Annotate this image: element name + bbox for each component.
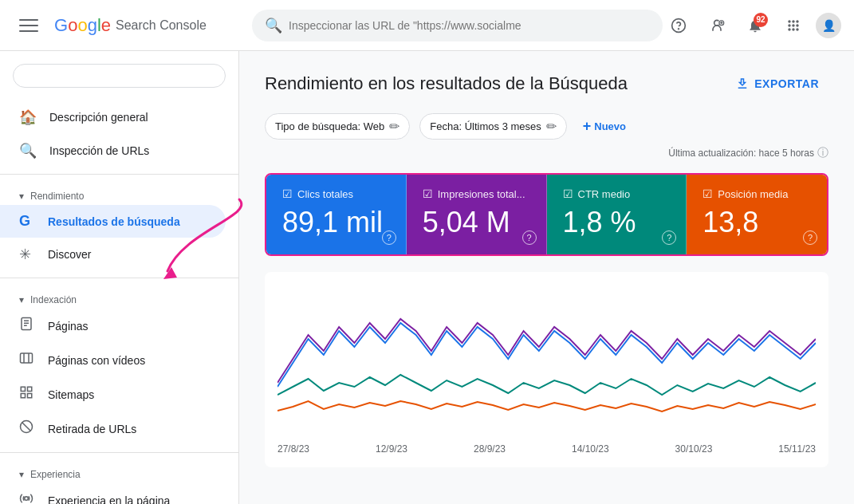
sidebar-item-label: Resultados de búsqueda [48, 215, 180, 228]
accounts-button[interactable] [701, 10, 733, 41]
sidebar-item-label: Retirada de URLs [48, 423, 136, 435]
info-icon: ⓘ [817, 146, 828, 160]
help-icon-position[interactable]: ? [803, 230, 817, 245]
chart-labels: 27/8/23 12/9/23 28/9/23 14/10/23 30/10/2… [277, 437, 816, 455]
filter-type-label: Tipo de búsqueda: Web [275, 120, 384, 132]
hamburger-icon [19, 16, 38, 35]
topbar-left: Google Search Console [13, 10, 252, 41]
experience-icon [19, 491, 35, 504]
edit-icon: ✏ [389, 119, 399, 134]
help-button[interactable] [663, 10, 695, 41]
metric-value-ctr: 1,8 % [563, 207, 671, 238]
plus-icon: + [583, 118, 592, 135]
google-wordmark: Google [54, 15, 111, 36]
sidebar-item-url-removal[interactable]: Retirada de URLs [0, 411, 226, 446]
help-icon-impressions[interactable]: ? [522, 230, 537, 245]
collapse-icon: ▾ [19, 294, 24, 305]
svg-line-17 [22, 423, 31, 431]
pages-icon [19, 317, 35, 335]
grid-button[interactable] [777, 10, 809, 41]
metric-header-impressions: ☑ Impresiones total... [423, 187, 530, 200]
svg-rect-14 [21, 394, 25, 398]
sidebar-item-video-pages[interactable]: Páginas con vídeos [0, 343, 226, 377]
sidebar-item-inspection[interactable]: 🔍 Inspección de URLs [0, 134, 226, 167]
sidebar-item-overview[interactable]: 🏠 Descripción general [0, 100, 226, 134]
sidebar-item-page-experience[interactable]: Experiencia en la página [0, 483, 226, 504]
sidebar-item-search-results[interactable]: G Resultados de búsqueda [0, 205, 226, 238]
home-icon: 🏠 [19, 108, 37, 126]
layout: 🏠 Descripción general 🔍 Inspección de UR… [0, 0, 854, 504]
check-icon: ☑ [423, 187, 433, 200]
svg-rect-13 [28, 387, 32, 391]
performance-section-label[interactable]: ▾ Rendimiento [0, 181, 238, 205]
filter-bar: Tipo de búsqueda: Web ✏ Fecha: Últimos 3… [265, 113, 828, 140]
metric-label: Posición media [718, 188, 788, 200]
indexing-section-label[interactable]: ▾ Indexación [0, 285, 238, 309]
sidebar-item-pages[interactable]: Páginas [0, 309, 226, 343]
google-g-icon: G [19, 213, 35, 230]
sidebar-item-discover[interactable]: ✳ Discover [0, 238, 226, 271]
removal-icon [19, 419, 35, 438]
filter-date-label: Fecha: Últimos 3 meses [430, 120, 541, 132]
check-icon: ☑ [702, 187, 713, 200]
search-input[interactable] [289, 19, 650, 32]
metric-header-position: ☑ Posición media [702, 187, 811, 200]
notification-badge: 92 [754, 13, 768, 27]
help-icon-ctr[interactable]: ? [662, 230, 676, 245]
sidebar-search-input[interactable] [26, 69, 212, 82]
topbar-right: 92 👤 [663, 10, 841, 41]
metric-value-impressions: 5,04 M [423, 207, 530, 238]
chart-area: 27/8/23 12/9/23 28/9/23 14/10/23 30/10/2… [265, 272, 828, 467]
help-icon-clicks[interactable]: ? [382, 230, 396, 245]
menu-button[interactable] [13, 10, 45, 41]
edit-icon: ✏ [546, 119, 557, 134]
sidebar-item-label: Inspección de URLs [49, 144, 149, 157]
video-icon [19, 351, 35, 369]
metric-value-position: 13,8 [702, 207, 811, 238]
metric-card-position[interactable]: ☑ Posición media 13,8 ? [687, 175, 827, 254]
metric-card-ctr[interactable]: ☑ CTR medio 1,8 % ? [547, 175, 687, 254]
svg-rect-12 [21, 387, 25, 391]
chart-label: 12/9/23 [376, 443, 407, 455]
performance-chart [277, 291, 816, 435]
svg-point-18 [25, 497, 29, 501]
sidebar-item-label: Sitemaps [48, 388, 94, 401]
search-bar[interactable]: 🔍 [252, 10, 663, 41]
metric-value-clicks: 89,1 mil [282, 207, 390, 238]
filter-date-chip[interactable]: Fecha: Últimos 3 meses ✏ [419, 113, 566, 140]
metric-card-impressions[interactable]: ☑ Impresiones total... 5,04 M ? [407, 175, 547, 254]
sidebar-item-sitemaps[interactable]: Sitemaps [0, 377, 226, 411]
sidebar-item-label: Discover [48, 248, 91, 261]
main-header: Rendimiento en los resultados de la Búsq… [265, 70, 828, 97]
app-title: Search Console [116, 18, 207, 33]
filter-type-chip[interactable]: Tipo de búsqueda: Web ✏ [265, 113, 410, 140]
metric-cards: ☑ Clics totales 89,1 mil ? ☑ Impresiones… [265, 173, 828, 256]
sidebar-item-label: Experiencia en la página [48, 494, 170, 505]
sidebar-item-label: Páginas con vídeos [48, 354, 145, 367]
export-button[interactable]: EXPORTAR [726, 70, 828, 97]
svg-rect-9 [21, 353, 33, 363]
chart-label: 27/8/23 [277, 443, 309, 455]
metric-card-clicks[interactable]: ☑ Clics totales 89,1 mil ? [266, 175, 407, 254]
notification-button[interactable]: 92 [739, 10, 771, 41]
search-icon: 🔍 [265, 17, 282, 34]
add-filter-button[interactable]: + Nuevo [577, 113, 632, 140]
svg-rect-15 [28, 394, 32, 398]
page-title: Rendimiento en los resultados de la Búsq… [265, 73, 628, 94]
metric-header-ctr: ☑ CTR medio [563, 187, 671, 200]
chart-label: 15/11/23 [778, 443, 816, 455]
discover-icon: ✳ [19, 246, 35, 263]
chart-label: 14/10/23 [572, 443, 609, 455]
sidebar-search[interactable] [13, 64, 226, 88]
topbar: Google Search Console 🔍 92 👤 [0, 0, 854, 51]
sidebar-item-label: Descripción general [49, 111, 148, 124]
metric-header-clicks: ☑ Clics totales [282, 187, 390, 200]
avatar[interactable]: 👤 [816, 13, 841, 38]
collapse-icon: ▾ [19, 191, 24, 202]
sidebar-item-label: Páginas [48, 320, 89, 333]
logo: Google Search Console [54, 15, 207, 36]
metric-label: CTR medio [578, 188, 631, 200]
chart-label: 28/9/23 [474, 443, 506, 455]
experience-section-label[interactable]: ▾ Experiencia [0, 459, 238, 483]
check-icon: ☑ [563, 187, 573, 200]
